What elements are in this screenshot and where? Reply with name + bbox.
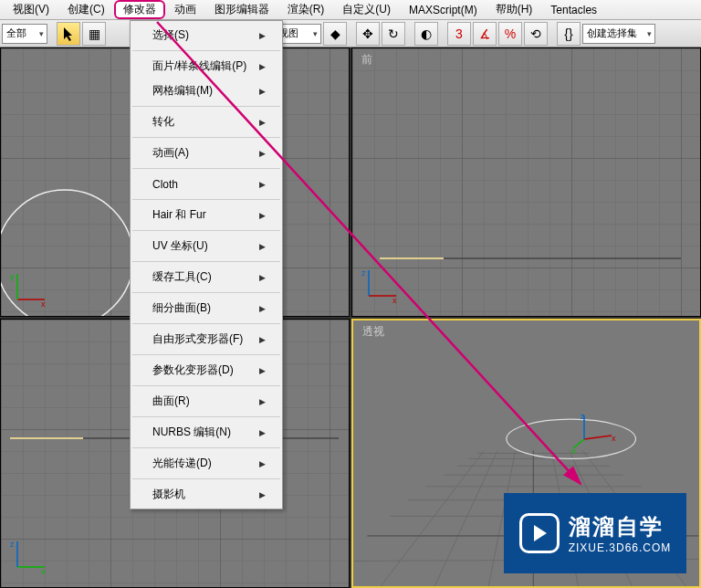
submenu-arrow-icon: ▶	[259, 242, 266, 251]
menu-item-27[interactable]: 光能传递(D)▶	[131, 451, 282, 476]
snap-toggle-icon[interactable]: 3	[447, 22, 471, 46]
svg-text:y: y	[10, 272, 15, 281]
menu-item-19[interactable]: 自由形式变形器(F)▶	[131, 327, 282, 352]
submenu-arrow-icon: ▶	[259, 62, 266, 71]
menu-item-label: 参数化变形器(D)	[152, 362, 234, 378]
pivot-center-icon[interactable]: ◆	[323, 22, 347, 46]
menu-item-label: 网格编辑(M)	[152, 83, 213, 99]
menu-separator	[132, 50, 280, 51]
menu-item-label: NURBS 编辑(N)	[152, 425, 231, 440]
filter-combo[interactable]: 全部	[2, 24, 47, 44]
watermark-url: ZIXUE.3D66.COM	[569, 541, 672, 554]
menu-item-29[interactable]: 摄影机▶	[131, 482, 282, 507]
menu-item-7[interactable]: 动画(A)▶	[131, 141, 282, 165]
menu-item-label: 面片/样条线编辑(P)	[152, 58, 246, 74]
menu-customize[interactable]: 自定义(U)	[333, 0, 400, 19]
menu-item-21[interactable]: 参数化变形器(D)▶	[131, 358, 282, 383]
watermark: 溜溜自学 ZIXUE.3D66.COM	[504, 493, 686, 573]
viewport-label-perspective: 透视	[362, 324, 384, 340]
menu-modifiers[interactable]: 修改器	[114, 0, 165, 19]
named-sel-sets-icon[interactable]: {}	[557, 22, 581, 46]
menu-separator	[132, 137, 280, 138]
menu-item-2[interactable]: 面片/样条线编辑(P)▶	[131, 54, 282, 79]
menu-item-label: 缓存工具(C)	[152, 269, 212, 285]
menu-view[interactable]: 视图(V)	[4, 0, 58, 19]
menu-item-11[interactable]: Hair 和 Fur▶	[131, 203, 282, 227]
spinner-snap-icon[interactable]: ⟲	[524, 22, 548, 46]
menu-animation[interactable]: 动画	[165, 0, 205, 19]
axis-gizmo: xy	[10, 270, 47, 307]
menu-item-9[interactable]: Cloth▶	[131, 172, 282, 196]
svg-rect-7	[352, 48, 700, 316]
select-by-name-icon[interactable]: ▦	[82, 22, 106, 46]
menu-item-15[interactable]: 缓存工具(C)▶	[131, 265, 282, 289]
menu-separator	[132, 385, 280, 386]
svg-line-32	[434, 451, 497, 586]
select-rotate-icon[interactable]: ↻	[382, 22, 405, 46]
menu-maxscript[interactable]: MAXScript(M)	[400, 2, 487, 18]
menu-separator	[132, 478, 280, 479]
modifiers-dropdown: 选择(S)▶面片/样条线编辑(P)▶网格编辑(M)▶转化▶动画(A)▶Cloth…	[130, 20, 283, 509]
submenu-arrow-icon: ▶	[259, 459, 266, 468]
submenu-arrow-icon: ▶	[259, 366, 266, 375]
menu-rendering[interactable]: 渲染(R)	[278, 0, 334, 19]
menu-item-label: 转化	[152, 114, 174, 130]
menu-item-17[interactable]: 细分曲面(B)▶	[131, 296, 282, 320]
percent-snap-icon[interactable]: %	[498, 22, 522, 46]
menu-item-label: 动画(A)	[152, 145, 189, 161]
menu-graph-editors[interactable]: 图形编辑器	[205, 0, 278, 19]
svg-line-40	[584, 436, 612, 439]
menu-item-label: 光能传递(D)	[152, 456, 212, 471]
menu-item-25[interactable]: NURBS 编辑(N)▶	[131, 420, 282, 445]
submenu-arrow-icon: ▶	[259, 490, 266, 499]
angle-snap-icon[interactable]: ∡	[473, 22, 497, 46]
menu-separator	[132, 168, 280, 169]
menu-separator	[132, 354, 280, 355]
menu-separator	[132, 323, 280, 324]
menubar: 视图(V) 创建(C) 修改器 动画 图形编辑器 渲染(R) 自定义(U) MA…	[0, 0, 701, 20]
menu-item-5[interactable]: 转化▶	[131, 110, 282, 134]
viewport-top-right[interactable]: 前 xz	[351, 47, 701, 317]
axis-gizmo: yz	[10, 538, 47, 578]
submenu-arrow-icon: ▶	[259, 31, 266, 40]
svg-text:y: y	[41, 567, 46, 574]
svg-text:z: z	[361, 268, 366, 278]
submenu-arrow-icon: ▶	[259, 304, 266, 313]
menu-separator	[132, 447, 280, 448]
submenu-arrow-icon: ▶	[259, 397, 266, 406]
menu-tentacles[interactable]: Tentacles	[541, 2, 606, 18]
menu-item-label: Hair 和 Fur	[152, 207, 206, 223]
svg-text:z: z	[581, 412, 585, 421]
menu-item-label: 摄影机	[152, 487, 185, 502]
menu-create[interactable]: 创建(C)	[58, 0, 114, 19]
menu-item-13[interactable]: UV 坐标(U)▶	[131, 234, 282, 258]
menu-item-23[interactable]: 曲面(R)▶	[131, 389, 282, 414]
select-move-icon[interactable]: ✥	[356, 22, 380, 46]
menu-item-3[interactable]: 网格编辑(M)▶	[131, 79, 282, 103]
axis-gizmo: xz	[361, 267, 398, 307]
watermark-title: 溜溜自学	[569, 512, 672, 541]
main-toolbar: 全部 ▦ 视图 ◆ ✥ ↻ ◐ 3 ∡ % ⟲ {} 创建选择集	[0, 20, 701, 47]
menu-item-label: Cloth	[152, 178, 178, 191]
svg-text:z: z	[10, 540, 15, 549]
svg-text:x: x	[41, 299, 46, 307]
menu-item-0[interactable]: 选择(S)▶	[131, 23, 282, 47]
menu-separator	[132, 106, 280, 107]
submenu-arrow-icon: ▶	[259, 87, 266, 96]
play-icon	[519, 513, 560, 553]
viewport-label-front: 前	[361, 52, 372, 68]
svg-text:x: x	[392, 296, 397, 303]
select-tool-icon[interactable]	[57, 22, 80, 46]
submenu-arrow-icon: ▶	[259, 180, 266, 189]
menu-help[interactable]: 帮助(H)	[487, 0, 542, 19]
manipulate-icon[interactable]: ◐	[414, 22, 438, 46]
menu-separator	[132, 416, 280, 417]
submenu-arrow-icon: ▶	[259, 428, 266, 437]
menu-item-label: 曲面(R)	[152, 394, 190, 409]
menu-separator	[132, 261, 280, 262]
submenu-arrow-icon: ▶	[259, 211, 266, 220]
menu-item-label: 自由形式变形器(F)	[152, 331, 243, 347]
selection-set-combo[interactable]: 创建选择集	[582, 24, 655, 44]
submenu-arrow-icon: ▶	[259, 273, 266, 282]
submenu-arrow-icon: ▶	[259, 149, 266, 158]
